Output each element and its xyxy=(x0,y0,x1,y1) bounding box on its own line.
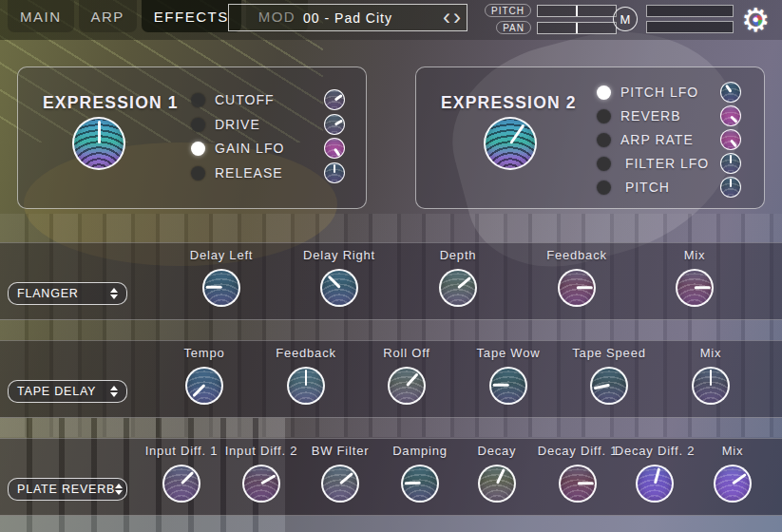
knob-gain-lfo[interactable] xyxy=(324,138,345,159)
knob-roll-off[interactable] xyxy=(388,367,426,405)
knob-pointer xyxy=(594,385,610,390)
knob-arp-rate[interactable] xyxy=(720,129,741,150)
radio-arp-rate[interactable] xyxy=(597,133,611,147)
effect-selector-tape-delay[interactable]: TAPE DELAY xyxy=(8,380,127,403)
knob-input-diff-1[interactable] xyxy=(162,465,200,503)
knob-pointer xyxy=(406,373,418,387)
knob-delay-left[interactable] xyxy=(202,269,240,307)
effect-name: TAPE DELAY xyxy=(17,385,110,398)
expression-1-main-knob[interactable] xyxy=(72,117,125,170)
knob-tape-wow[interactable] xyxy=(489,367,527,405)
knob-pitch[interactable] xyxy=(720,177,741,198)
knob-pitch-lfo[interactable] xyxy=(720,82,741,103)
knob-pointer xyxy=(334,147,340,156)
preset-prev-icon[interactable]: ‹ xyxy=(443,2,450,32)
knob-label: Delay Left xyxy=(179,248,264,263)
radio-filter-lfo[interactable] xyxy=(597,157,611,171)
knob-damping[interactable] xyxy=(401,465,439,503)
plugin-window: MAIN ARP EFFECTS MOD 00 - Pad City ‹ › P… xyxy=(0,0,782,532)
knob-label: Tempo xyxy=(162,346,247,361)
knob-release[interactable] xyxy=(324,162,345,183)
pan-slider[interactable] xyxy=(537,22,617,34)
mute-button[interactable]: M xyxy=(613,7,638,31)
knob-drive[interactable] xyxy=(324,114,345,135)
pitch-slider-handle[interactable] xyxy=(576,6,578,16)
preset-selector[interactable]: 00 - Pad City ‹ › xyxy=(228,4,467,31)
tape-delay-band: TAPE DELAY Tempo Feedback Roll Off Tape … xyxy=(0,340,782,418)
knob-cutoff[interactable] xyxy=(324,89,345,110)
knob-decay-diff-2[interactable] xyxy=(636,465,674,503)
radio-cutoff[interactable] xyxy=(191,93,205,107)
knob-pointer xyxy=(205,287,221,290)
expression-2-title: EXPRESSION 2 xyxy=(441,93,577,113)
preset-name: 00 - Pad City xyxy=(229,5,467,31)
expression-2-main-knob[interactable] xyxy=(484,117,537,170)
tab-arp[interactable]: ARP xyxy=(79,0,137,32)
option-label-pitch: PITCH xyxy=(620,180,711,195)
pitch-slider[interactable] xyxy=(537,5,617,17)
expression-1-panel: EXPRESSION 1 CUTOFF DRIVE GAIN LFO RELEA… xyxy=(17,66,367,209)
knob-pointer xyxy=(725,85,732,93)
knob-decay[interactable] xyxy=(478,465,516,503)
knob-pointer xyxy=(578,483,594,485)
level-meter-bottom xyxy=(646,21,734,33)
knob-reverb[interactable] xyxy=(720,105,741,126)
knob-label: Feedback xyxy=(263,346,349,361)
knob-tempo[interactable] xyxy=(185,367,223,405)
option-label-pitch-lfo: PITCH LFO xyxy=(620,85,711,100)
pan-slider-handle[interactable] xyxy=(576,23,578,33)
knob-delay-right[interactable] xyxy=(320,269,358,307)
preset-next-icon[interactable]: › xyxy=(453,2,461,32)
expression-1-option-gain-lfo: GAIN LFO xyxy=(191,137,345,160)
plate-reverb-band: PLATE REVERB Input Diff. 1 Input Diff. 2… xyxy=(0,438,782,516)
settings-gear-icon[interactable]: ⚙ xyxy=(741,1,777,39)
knob-label: Roll Off xyxy=(364,346,449,361)
knob-flanger-feedback[interactable] xyxy=(558,269,596,307)
knob-group-flanger-mix: Mix xyxy=(652,248,737,307)
pan-label: PAN xyxy=(496,21,531,34)
knob-depth[interactable] xyxy=(439,269,477,307)
knob-group-reverb-mix: Mix xyxy=(690,444,775,503)
knob-flanger-mix[interactable] xyxy=(676,269,714,307)
radio-gain-lfo[interactable] xyxy=(191,142,205,156)
knob-pointer xyxy=(334,119,342,125)
knob-pointer xyxy=(98,121,101,143)
knob-pointer xyxy=(577,287,593,290)
knob-group-tape-speed: Tape Speed xyxy=(566,346,652,405)
tab-effects[interactable]: EFFECTS xyxy=(142,0,241,32)
expression-2-panel: EXPRESSION 2 PITCH LFO REVERB ARP RATE F… xyxy=(415,66,765,209)
effect-selector-flanger[interactable]: FLANGER xyxy=(8,282,127,305)
knob-decay-diff-1[interactable] xyxy=(559,465,597,503)
knob-pointer xyxy=(192,385,204,397)
knob-label: Mix xyxy=(690,444,775,459)
knob-group-roll-off: Roll Off xyxy=(364,346,449,405)
tab-main[interactable]: MAIN xyxy=(8,0,74,32)
knob-bw-filter[interactable] xyxy=(321,465,359,503)
bottom-strip xyxy=(0,516,782,532)
effect-selector-plate-reverb[interactable]: PLATE REVERB xyxy=(8,478,127,501)
effect-name: FLANGER xyxy=(17,287,110,300)
option-label-arp-rate: ARP RATE xyxy=(620,132,711,147)
knob-group-damping: Damping xyxy=(377,444,463,503)
knob-reverb-mix[interactable] xyxy=(714,465,752,503)
knob-pointer xyxy=(509,124,525,144)
top-bar: MAIN ARP EFFECTS MOD 00 - Pad City ‹ › P… xyxy=(0,0,782,40)
radio-pitch-lfo[interactable] xyxy=(597,86,611,100)
radio-reverb[interactable] xyxy=(597,109,611,124)
knob-pointer xyxy=(730,115,737,123)
knob-group-input-diff-1: Input Diff. 1 xyxy=(139,444,224,503)
knob-input-diff-2[interactable] xyxy=(242,465,280,503)
radio-release[interactable] xyxy=(191,166,205,180)
knob-label: Input Diff. 1 xyxy=(139,444,224,459)
knob-tape-mix[interactable] xyxy=(692,367,730,405)
radio-pitch[interactable] xyxy=(597,180,611,195)
effect-name: PLATE REVERB xyxy=(17,483,115,496)
knob-label: Mix xyxy=(652,248,737,263)
knob-tape-speed[interactable] xyxy=(590,367,628,405)
radio-drive[interactable] xyxy=(191,118,205,132)
knob-tape-feedback[interactable] xyxy=(287,367,325,405)
knob-group-delay-left: Delay Left xyxy=(179,248,264,307)
updown-icon xyxy=(115,484,123,496)
knob-group-decay: Decay xyxy=(454,444,540,503)
knob-filter-lfo[interactable] xyxy=(720,153,741,174)
